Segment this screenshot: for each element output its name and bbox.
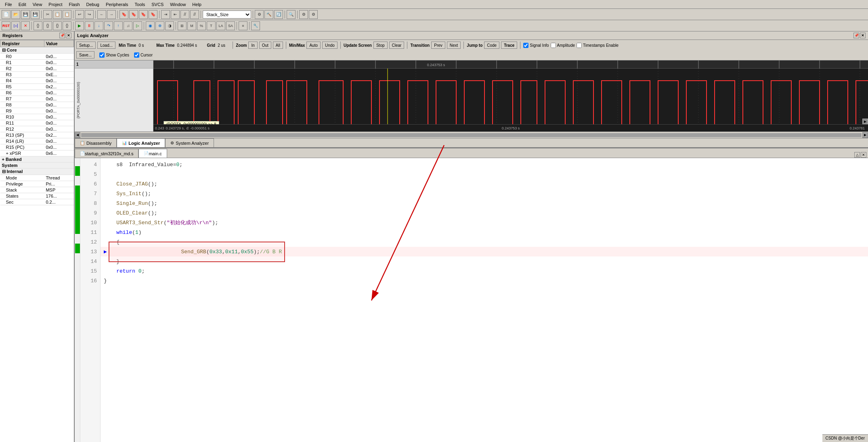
tb-copy[interactable]: 📋 (53, 10, 62, 19)
code-float[interactable]: △ (854, 152, 860, 158)
code-tab-main[interactable]: 📄 main.c (138, 149, 167, 158)
reg-r13-value: 0x2... (44, 132, 73, 138)
la-zoom-all[interactable]: All (273, 42, 283, 49)
la-close[interactable]: ✕ (860, 33, 866, 38)
menu-debug[interactable]: Debug (83, 1, 103, 8)
la-tab-logic[interactable]: 📊 Logic Analyzer (117, 138, 165, 147)
tb-trace[interactable]: T (207, 21, 216, 30)
tb-run[interactable]: ▶ (75, 21, 84, 30)
tb-goto-line[interactable]: ⊕ (155, 21, 164, 30)
code-tab-startup[interactable]: 📄 startup_stm32f10x_md.s (75, 149, 138, 158)
la-showcycles-cb[interactable] (99, 52, 105, 58)
tb-save[interactable]: 💾 (21, 10, 30, 19)
tb-uncomment[interactable]: // (190, 10, 199, 19)
tb-enable-bp[interactable]: {} (43, 21, 52, 30)
scroll-left-btn[interactable]: ◀ (75, 132, 80, 138)
tb-tools2[interactable]: 🔧 (251, 21, 260, 30)
tb-step-instruction[interactable]: ↓i (124, 21, 132, 30)
tb-save-all[interactable]: 💾 (31, 10, 40, 19)
la-amplitude-cb[interactable] (551, 43, 556, 48)
tb-kill-all-bp[interactable]: {} (63, 21, 71, 30)
tb-unindent[interactable]: ⇤ (171, 10, 180, 19)
tb-search[interactable]: 🔍 (287, 10, 296, 19)
tb-view[interactable]: ◑ (165, 21, 174, 30)
waveform-canvas[interactable]: 0.243753 s 0.243781 (153, 60, 868, 131)
tb-stop2[interactable]: ⏸ (85, 21, 94, 30)
tb-back[interactable]: ← (97, 10, 106, 19)
menu-tools[interactable]: Tools (132, 1, 149, 8)
tb-forward[interactable]: → (107, 10, 116, 19)
tb-new[interactable]: 📄 (2, 10, 10, 19)
la-signal-info-cb[interactable] (523, 43, 528, 48)
la-setup-btn[interactable]: Setup... (76, 42, 96, 49)
tb-bookmark2[interactable]: 🔖 (129, 10, 138, 19)
menu-project[interactable]: Project (45, 1, 65, 8)
tb-step-out[interactable]: ↑ (114, 21, 123, 30)
tb-sys[interactable]: SA (226, 21, 235, 30)
la-trace-btn[interactable]: Trace (501, 42, 517, 49)
la-prev-btn[interactable]: Prev (431, 42, 445, 49)
tb-open[interactable]: 📂 (11, 10, 20, 19)
la-code-btn[interactable]: Code (484, 42, 499, 49)
tb-perf[interactable]: % (197, 21, 206, 30)
tb-show-next[interactable]: ◉ (146, 21, 155, 30)
la-zoom-out[interactable]: Out (259, 42, 271, 49)
tb-settings[interactable]: ⚙ (309, 10, 318, 19)
menu-flash[interactable]: Flash (66, 1, 83, 8)
tb-mem[interactable]: M (187, 21, 196, 30)
menu-help[interactable]: Help (189, 1, 205, 8)
tb-compile[interactable]: ⚙ (255, 10, 264, 19)
tb-stop-debug[interactable]: ✕ (21, 21, 30, 30)
tb-undo[interactable]: ↩ (75, 10, 84, 19)
tb-rebuild[interactable]: 🔄 (274, 10, 283, 19)
menu-window[interactable]: Window (167, 1, 189, 8)
registers-pin[interactable]: 📌 (59, 33, 65, 38)
tb-options[interactable]: ⚙ (299, 10, 308, 19)
tb-step[interactable]: ↓ (94, 21, 103, 30)
tb-insert-bp[interactable]: {} (34, 21, 42, 30)
la-tab-disassembly[interactable]: 📋 Disassembly (75, 138, 117, 147)
tb-bookmark1[interactable]: 🔖 (120, 10, 128, 19)
la-undo-btn[interactable]: Undo (322, 42, 338, 49)
tb-run-to-cursor[interactable]: ▷| (11, 21, 20, 30)
tb-bookmark4[interactable]: 🔖 (149, 10, 157, 19)
tb-redo[interactable]: ↪ (85, 10, 94, 19)
registers-close[interactable]: ✕ (66, 33, 71, 38)
scroll-track[interactable] (81, 133, 862, 137)
menu-view[interactable]: View (29, 1, 46, 8)
la-pin[interactable]: 📌 (853, 33, 859, 38)
la-grid-label: Grid (207, 43, 216, 48)
tb-scatter[interactable]: ≡ (239, 21, 247, 30)
menu-file[interactable]: File (2, 1, 15, 8)
la-save-btn[interactable]: Save... (76, 51, 94, 58)
la-tab-system-label: System Analyzer (176, 141, 209, 146)
la-auto-btn[interactable]: Auto (306, 42, 321, 49)
menu-peripherals[interactable]: Peripherals (103, 1, 132, 8)
tb-target-select[interactable]: Stack_Size (203, 10, 251, 19)
tb-build[interactable]: 🔨 (264, 10, 273, 19)
la-stop-btn[interactable]: Stop (373, 42, 388, 49)
scroll-right-btn[interactable]: ▶ (862, 132, 868, 138)
la-clear-btn[interactable]: Clear (389, 42, 405, 49)
tb-cut[interactable]: ✂ (43, 10, 52, 19)
menu-svcs[interactable]: SVCS (148, 1, 167, 8)
la-next-btn[interactable]: Next (447, 42, 461, 49)
la-timestamps-cb[interactable] (577, 43, 582, 48)
la-cursor-cb[interactable] (134, 52, 139, 58)
tb-comment[interactable]: // (180, 10, 189, 19)
tb-indent[interactable]: ⇥ (161, 10, 170, 19)
la-zoom-in[interactable]: In (248, 42, 257, 49)
tb-rst[interactable]: RST (2, 21, 10, 30)
tb-watch[interactable]: ⊞ (178, 21, 187, 30)
tb-run-to[interactable]: ▷ (133, 21, 142, 30)
menu-edit[interactable]: Edit (15, 1, 29, 8)
code-close[interactable]: ✕ (861, 152, 866, 158)
tb-bookmark3[interactable]: 🔖 (139, 10, 148, 19)
tb-disable-bp[interactable]: {} (53, 21, 62, 30)
tb-logic[interactable]: LA (216, 21, 225, 30)
scroll-right[interactable]: ▶ (862, 119, 868, 124)
tb-step-over[interactable]: ↷ (104, 21, 113, 30)
la-tab-system[interactable]: ⚙ System Analyzer (165, 138, 214, 147)
tb-paste[interactable]: 📋 (63, 10, 71, 19)
la-load-btn[interactable]: Load... (97, 42, 115, 49)
